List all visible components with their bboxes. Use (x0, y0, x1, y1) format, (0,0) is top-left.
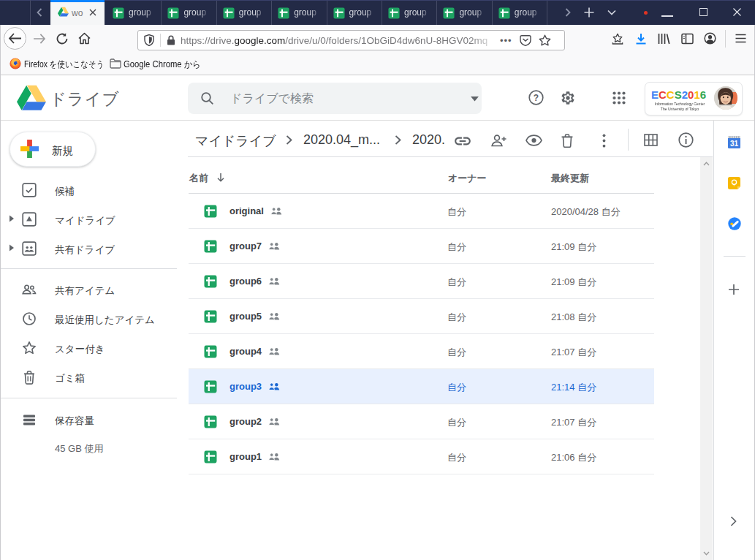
svg-text:31: 31 (730, 140, 739, 148)
svg-text:?: ? (534, 93, 539, 103)
